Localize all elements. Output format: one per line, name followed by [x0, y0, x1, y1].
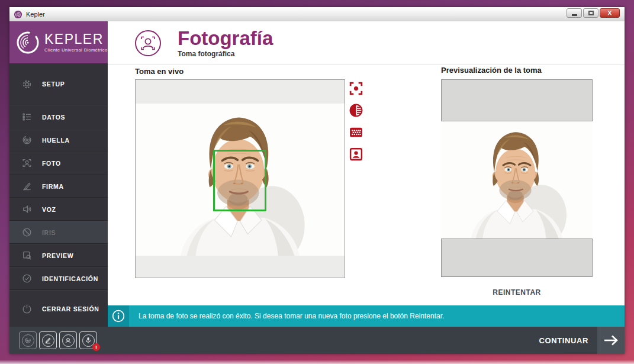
sidebar-item-foto[interactable]: FOTO — [9, 152, 108, 175]
main-area: Fotografía Toma fotográfica Toma en vivo — [108, 21, 625, 327]
sidebar-item-label: PREVIEW — [42, 252, 73, 259]
sidebar-item-label: CERRAR SESIÓN — [42, 305, 99, 313]
contrast-button[interactable] — [349, 103, 363, 118]
sidebar-item-identificacion[interactable]: IDENTIFICACIÓN — [9, 267, 108, 290]
minimize-button[interactable] — [567, 8, 582, 18]
sidebar-item-setup[interactable]: SETUP — [9, 63, 108, 105]
brand-name: KEPLER — [44, 33, 108, 46]
mic-error-badge: ! — [92, 343, 100, 351]
form-list-icon — [22, 112, 32, 122]
sidebar-item-datos[interactable]: DATOS — [9, 105, 108, 128]
info-icon — [112, 310, 125, 323]
status-icons: ! — [19, 331, 97, 349]
live-label: Toma en vivo — [135, 67, 345, 76]
close-icon: X — [607, 9, 612, 17]
minimize-icon — [572, 14, 577, 16]
app-logo-icon — [14, 10, 22, 19]
document-search-icon — [22, 250, 32, 260]
info-icon-box — [108, 305, 129, 327]
preview-panel-top — [441, 79, 593, 121]
status-microphone-button[interactable]: ! — [79, 331, 97, 349]
window-controls: X — [567, 8, 620, 18]
page-header: Fotografía Toma fotográfica — [108, 21, 625, 65]
maximize-icon — [588, 11, 594, 15]
contrast-icon — [349, 103, 363, 118]
signature-icon — [22, 181, 32, 191]
focus-button[interactable] — [349, 81, 363, 96]
window-frame: Kepler X — [0, 0, 634, 364]
sidebar-item-label: VOZ — [42, 206, 56, 213]
page-title: Fotografía — [178, 28, 273, 49]
arrow-right-icon — [603, 334, 619, 346]
brand-subtitle: Cliente Universal Biométrico — [44, 47, 108, 53]
sidebar: KEPLER Cliente Universal Biométrico SETU… — [9, 21, 108, 327]
keyboard-button[interactable] — [349, 125, 363, 140]
brand-logo: KEPLER Cliente Universal Biométrico — [9, 21, 108, 63]
fingerprint-logo-icon — [16, 31, 40, 54]
tools-column — [349, 81, 363, 162]
sidebar-item-label: IDENTIFICACIÓN — [42, 275, 98, 282]
blocked-icon — [22, 227, 32, 237]
info-bar: La toma de foto se realizó con éxito. Si… — [108, 305, 625, 327]
speaker-icon — [22, 204, 32, 214]
portrait-card-button[interactable] — [349, 147, 363, 162]
keyboard-icon — [349, 125, 363, 140]
preview-box — [441, 79, 593, 277]
sidebar-item-label: DATOS — [42, 114, 65, 121]
maximize-button[interactable] — [583, 8, 598, 18]
info-message: La toma de foto se realizó con éxito. Si… — [129, 312, 444, 320]
signature-status-icon — [42, 334, 54, 347]
continue-arrow-button[interactable] — [597, 327, 625, 354]
check-circle-icon — [22, 273, 32, 284]
photo-person-icon — [22, 158, 32, 168]
live-section: Toma en vivo — [135, 67, 345, 278]
sidebar-item-label: FOTO — [42, 160, 61, 167]
preview-section: Previsualización de la toma — [441, 66, 593, 277]
app-window: Kepler X — [9, 7, 625, 354]
portrait-card-icon — [349, 147, 363, 162]
content: Toma en vivo — [108, 65, 625, 305]
status-fingerprint-button[interactable] — [19, 331, 37, 349]
live-strip-bottom — [136, 256, 345, 278]
sidebar-item-label: SETUP — [42, 80, 65, 88]
sidebar-item-iris[interactable]: IRIS — [9, 221, 108, 244]
fingerprint-status-icon — [22, 334, 34, 347]
status-signature-button[interactable] — [39, 331, 57, 349]
sidebar-item-voz[interactable]: VOZ — [9, 198, 108, 221]
frame-bottom-fade — [0, 360, 634, 364]
sidebar-item-label: HUELLA — [42, 137, 70, 144]
sidebar-item-label: FIRMA — [42, 183, 64, 190]
preview-panel-bottom — [441, 239, 593, 277]
window-title: Kepler — [26, 11, 45, 18]
status-camera-button[interactable] — [59, 331, 77, 349]
continue-button[interactable]: CONTINUAR — [539, 336, 588, 345]
sidebar-nav: SETUP DATOS HUELLA FOTO — [9, 63, 108, 327]
face-detection-box — [213, 150, 266, 211]
continue-area: CONTINUAR — [539, 327, 625, 354]
live-view — [135, 79, 345, 278]
preview-portrait-photo — [441, 121, 593, 239]
power-icon — [22, 304, 32, 314]
gear-icon — [22, 79, 32, 89]
fingerprint-icon — [22, 135, 32, 145]
sidebar-item-preview[interactable]: PREVIEW — [9, 244, 108, 267]
camera-face-status-icon — [62, 334, 75, 347]
live-strip-top — [136, 80, 345, 104]
sidebar-item-label: IRIS — [42, 229, 56, 236]
preview-label: Previsualización de la toma — [441, 66, 593, 75]
close-button[interactable]: X — [600, 8, 620, 18]
focus-icon — [349, 81, 363, 96]
sidebar-item-cerrar-sesion[interactable]: CERRAR SESIÓN — [9, 290, 108, 327]
sidebar-item-firma[interactable]: FIRMA — [9, 175, 108, 198]
photo-capture-icon — [134, 30, 162, 57]
sidebar-item-huella[interactable]: HUELLA — [9, 128, 108, 152]
page-subtitle: Toma fotográfica — [178, 50, 273, 58]
bottom-bar: ! CONTINUAR — [9, 327, 625, 354]
retry-button[interactable]: REINTENTAR — [441, 288, 593, 297]
title-bar: Kepler X — [9, 7, 625, 21]
